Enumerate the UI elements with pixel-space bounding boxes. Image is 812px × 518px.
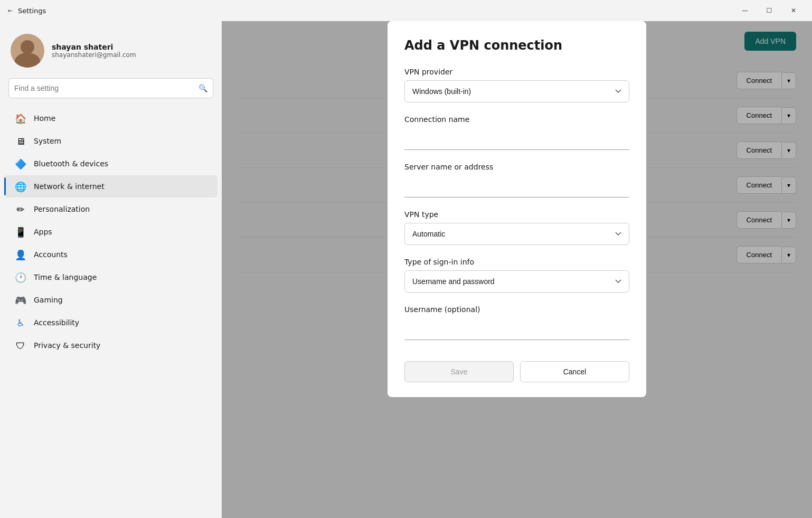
user-name: shayan shateri [52,43,211,51]
personalization-icon: ✏️ [15,203,26,215]
dialog-footer: Save Cancel [404,353,629,382]
server-name-input[interactable] [404,175,629,197]
sidebar-item-bluetooth[interactable]: 🔷 Bluetooth & devices [4,153,218,175]
server-name-label: Server name or address [404,163,629,171]
nav-list: 🏠 Home 🖥 System 🔷 Bluetooth & devices 🌐 … [0,107,222,357]
user-email: shayanshateri@gmail.com [52,51,211,59]
sidebar-item-label: Network & internet [34,182,105,191]
sidebar: shayan shateri shayanshateri@gmail.com 🔍… [0,21,222,518]
title-bar-left: ← Settings [6,7,729,15]
minimize-button[interactable]: — [733,2,757,19]
bluetooth-icon: 🔷 [15,158,26,169]
window-title: Settings [18,7,46,15]
gaming-icon: 🎮 [15,294,26,306]
vpn-provider-label: VPN provider [404,68,629,76]
sidebar-item-label: Accessibility [34,318,79,327]
search-icon: 🔍 [199,84,207,92]
search-container: 🔍 [0,78,222,107]
sidebar-item-gaming[interactable]: 🎮 Gaming [4,289,218,311]
vpn-type-select[interactable]: Automatic [404,223,629,245]
sign-in-type-group: Type of sign-in info Username and passwo… [404,258,629,293]
sidebar-item-accounts[interactable]: 👤 Accounts [4,243,218,266]
settings-window: ← Settings — ☐ ✕ shayan shateri shayansh… [0,0,812,518]
sidebar-item-label: Accounts [34,250,68,259]
vpn-provider-select[interactable]: Windows (built-in) [404,80,629,102]
sidebar-item-network[interactable]: 🌐 Network & internet [4,175,218,197]
sidebar-item-label: Apps [34,228,52,236]
home-icon: 🏠 [15,112,26,124]
sidebar-item-accessibility[interactable]: ♿ Accessibility [4,312,218,334]
sidebar-item-label: Bluetooth & devices [34,159,108,168]
sidebar-item-privacy[interactable]: 🛡 Privacy & security [4,334,218,356]
sidebar-item-time[interactable]: 🕐 Time & language [4,266,218,288]
vpn-type-label: VPN type [404,210,629,219]
time-icon: 🕐 [15,271,26,283]
user-info: shayan shateri shayanshateri@gmail.com [52,43,211,59]
connection-name-label: Connection name [404,115,629,124]
sidebar-item-personalization[interactable]: ✏️ Personalization [4,198,218,220]
server-name-group: Server name or address [404,163,629,197]
sign-in-type-select[interactable]: Username and password [404,270,629,293]
vpn-provider-group: VPN provider Windows (built-in) [404,68,629,102]
sidebar-item-label: Time & language [34,273,97,281]
username-label: Username (optional) [404,305,629,314]
apps-icon: 📱 [15,226,26,238]
sidebar-item-label: Home [34,114,55,123]
modal-overlay: Add a VPN connection VPN provider Window… [222,21,812,518]
sidebar-item-label: Privacy & security [34,341,100,350]
content-area: shayan shateri shayanshateri@gmail.com 🔍… [0,21,812,518]
title-bar: ← Settings — ☐ ✕ [0,0,812,21]
dialog-title: Add a VPN connection [404,38,629,53]
accessibility-icon: ♿ [15,317,26,328]
connection-name-input[interactable] [404,128,629,150]
search-box: 🔍 [8,78,213,98]
username-input[interactable] [404,318,629,340]
username-group: Username (optional) [404,305,629,340]
sign-in-type-label: Type of sign-in info [404,258,629,266]
close-button[interactable]: ✕ [781,2,806,19]
accounts-icon: 👤 [15,249,26,260]
avatar [11,34,44,68]
add-vpn-dialog: Add a VPN connection VPN provider Window… [388,21,646,397]
network-icon: 🌐 [15,181,26,192]
maximize-button[interactable]: ☐ [757,2,781,19]
window-controls: — ☐ ✕ [733,2,806,19]
sidebar-item-apps[interactable]: 📱 Apps [4,221,218,243]
privacy-icon: 🛡 [15,340,26,351]
connection-name-group: Connection name [404,115,629,150]
save-button[interactable]: Save [404,361,514,382]
cancel-button[interactable]: Cancel [520,361,629,382]
sidebar-item-label: System [34,137,61,145]
sidebar-item-system[interactable]: 🖥 System [4,130,218,152]
sidebar-item-home[interactable]: 🏠 Home [4,107,218,129]
user-profile: shayan shateri shayanshateri@gmail.com [0,27,222,78]
main-content: Add VPN Connect ▾ Connect ▾ Connect ▾ Co… [222,21,812,518]
vpn-type-group: VPN type Automatic [404,210,629,245]
system-icon: 🖥 [15,135,26,147]
sidebar-item-label: Gaming [34,296,63,304]
search-input[interactable] [14,84,194,92]
sidebar-item-label: Personalization [34,205,90,213]
back-button[interactable]: ← [6,7,14,14]
